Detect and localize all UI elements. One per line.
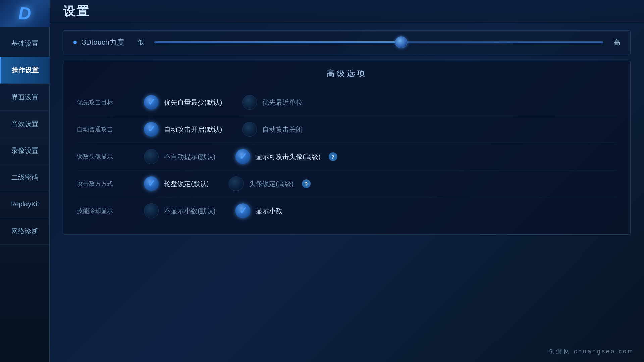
option-choices-skill-cooldown: 不显示小数(默认)✓显示小数 — [144, 203, 617, 218]
radio-checked-icon: ✓ — [144, 95, 159, 110]
radio-checked-icon: ✓ — [235, 149, 250, 164]
radio-checked-icon: ✓ — [144, 176, 159, 191]
main-content: 设置 3Dtouch力度 低 高 高级选项 优先攻击目标✓优先血量最少(默认)优… — [50, 0, 644, 362]
checkmark-icon: ✓ — [148, 125, 155, 134]
slider-label: 3Dtouch力度 — [82, 37, 124, 47]
sidebar: D 基础设置操作设置界面设置音效设置录像设置二级密码ReplayKit网络诊断 — [0, 0, 50, 362]
options-grid: 优先攻击目标✓优先血量最少(默认)优先最近单位自动普通攻击✓自动攻击开启(默认)… — [77, 89, 617, 224]
choice-text-show-advanced: 显示可攻击头像(高级) — [256, 152, 320, 161]
sidebar-item-sound[interactable]: 音效设置 — [0, 111, 50, 137]
option-label-auto-attack: 自动普通攻击 — [77, 125, 144, 133]
option-choice-no-show[interactable]: 不自动提示(默认) — [144, 149, 215, 164]
option-label-lock-display: 锁敌头像显示 — [77, 153, 144, 161]
advanced-title: 高级选项 — [77, 68, 617, 82]
choice-text-auto-off: 自动攻击关闭 — [262, 125, 303, 134]
choice-text-min-hp: 优先血量最少(默认) — [164, 98, 222, 107]
sidebar-item-password[interactable]: 二级密码 — [0, 164, 50, 191]
logo-icon: D — [15, 3, 35, 23]
option-row-attack-method: 攻击敌方方式✓轮盘锁定(默认)头像锁定(高级)? — [77, 170, 617, 197]
option-choice-auto-on[interactable]: ✓自动攻击开启(默认) — [144, 122, 222, 137]
sidebar-item-basic[interactable]: 基础设置 — [0, 30, 50, 57]
radio-unchecked-icon — [144, 203, 159, 218]
option-choices-priority-target: ✓优先血量最少(默认)优先最近单位 — [144, 95, 617, 110]
slider-high-label: 高 — [613, 38, 620, 47]
checkmark-icon: ✓ — [239, 152, 247, 161]
radio-checked-icon: ✓ — [144, 122, 159, 137]
sidebar-item-operation[interactable]: 操作设置 — [0, 57, 50, 84]
option-label-priority-target: 优先攻击目标 — [77, 98, 144, 106]
option-row-skill-cooldown: 技能冷却显示不显示小数(默认)✓显示小数 — [77, 197, 617, 224]
slider-fill — [154, 41, 401, 43]
page-header: 设置 — [50, 0, 644, 23]
sidebar-item-record[interactable]: 录像设置 — [0, 137, 50, 164]
3dtouch-row: 3Dtouch力度 低 高 — [63, 30, 631, 54]
option-choices-attack-method: ✓轮盘锁定(默认)头像锁定(高级)? — [144, 176, 617, 191]
slider-thumb[interactable] — [395, 36, 407, 48]
option-row-priority-target: 优先攻击目标✓优先血量最少(默认)优先最近单位 — [77, 89, 617, 116]
option-choice-show-decimal[interactable]: ✓显示小数 — [235, 203, 282, 218]
slider-low-label: 低 — [138, 38, 144, 47]
option-choice-min-hp[interactable]: ✓优先血量最少(默认) — [144, 95, 222, 110]
sidebar-logo: D — [0, 0, 50, 27]
choice-text-auto-on: 自动攻击开启(默认) — [164, 125, 222, 134]
checkmark-icon: ✓ — [148, 98, 155, 107]
slider-track[interactable] — [154, 41, 603, 43]
checkmark-icon: ✓ — [239, 206, 247, 216]
choice-text-no-show: 不自动提示(默认) — [164, 152, 215, 161]
help-icon-portrait-lock[interactable]: ? — [302, 179, 311, 188]
option-row-lock-display: 锁敌头像显示不自动提示(默认)✓显示可攻击头像(高级)? — [77, 143, 617, 170]
option-label-skill-cooldown: 技能冷却显示 — [77, 207, 144, 215]
choice-text-no-decimal: 不显示小数(默认) — [164, 206, 215, 216]
watermark: 创游网 chuangseo.com — [549, 347, 634, 355]
help-icon-show-advanced[interactable]: ? — [329, 152, 337, 161]
slider-dot-icon — [73, 41, 77, 44]
radio-unchecked-icon — [242, 122, 257, 137]
sidebar-item-network[interactable]: 网络诊断 — [0, 218, 50, 245]
radio-unchecked-icon — [242, 95, 257, 110]
sidebar-item-interface[interactable]: 界面设置 — [0, 84, 50, 111]
settings-content: 3Dtouch力度 低 高 高级选项 优先攻击目标✓优先血量最少(默认)优先最近… — [50, 23, 644, 362]
checkmark-icon: ✓ — [148, 179, 155, 188]
page-title: 设置 — [63, 3, 90, 20]
option-choices-auto-attack: ✓自动攻击开启(默认)自动攻击关闭 — [144, 122, 617, 137]
choice-text-portrait-lock: 头像锁定(高级) — [249, 179, 293, 188]
option-choice-no-decimal[interactable]: 不显示小数(默认) — [144, 203, 215, 218]
option-choice-portrait-lock[interactable]: 头像锁定(高级)? — [229, 176, 310, 191]
option-choice-auto-off[interactable]: 自动攻击关闭 — [242, 122, 303, 137]
option-label-attack-method: 攻击敌方方式 — [77, 180, 144, 188]
choice-text-nearest: 优先最近单位 — [262, 98, 303, 107]
sidebar-item-replay[interactable]: ReplayKit — [0, 191, 50, 218]
option-choice-show-advanced[interactable]: ✓显示可攻击头像(高级)? — [235, 149, 337, 164]
radio-unchecked-icon — [144, 149, 159, 164]
advanced-panel: 高级选项 优先攻击目标✓优先血量最少(默认)优先最近单位自动普通攻击✓自动攻击开… — [63, 61, 631, 235]
radio-unchecked-icon — [229, 176, 244, 191]
option-choices-lock-display: 不自动提示(默认)✓显示可攻击头像(高级)? — [144, 149, 617, 164]
choice-text-wheel-lock: 轮盘锁定(默认) — [164, 179, 209, 188]
option-row-auto-attack: 自动普通攻击✓自动攻击开启(默认)自动攻击关闭 — [77, 116, 617, 143]
choice-text-show-decimal: 显示小数 — [256, 206, 282, 216]
option-choice-nearest[interactable]: 优先最近单位 — [242, 95, 303, 110]
option-choice-wheel-lock[interactable]: ✓轮盘锁定(默认) — [144, 176, 209, 191]
radio-checked-icon: ✓ — [235, 203, 250, 218]
